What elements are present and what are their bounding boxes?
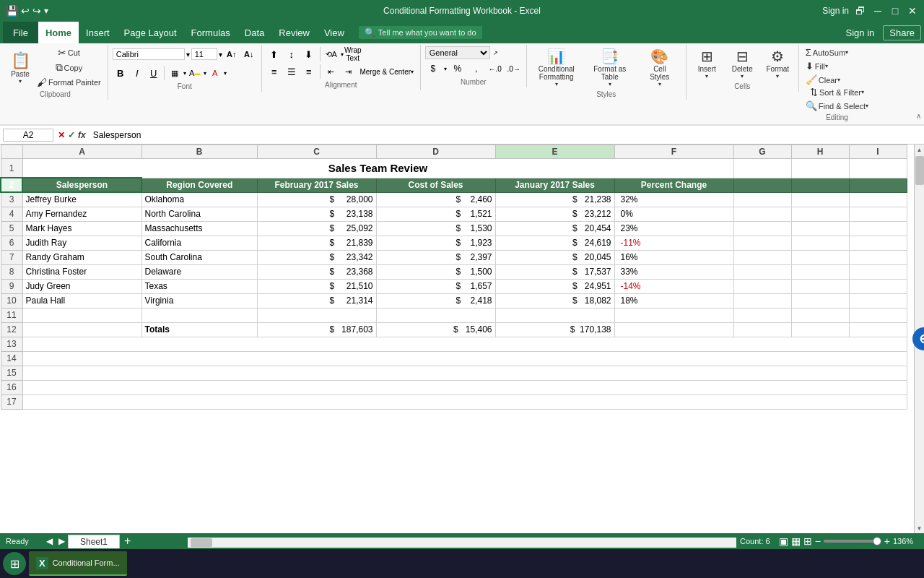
cell-d2[interactable]: Cost of Sales (376, 178, 495, 192)
search-box[interactable]: 🔍 Tell me what you want to do (359, 26, 482, 39)
col-header-d[interactable]: D (376, 145, 495, 159)
increase-decimal-button[interactable]: .0→ (506, 61, 522, 77)
cell-e2[interactable]: January 2017 Sales (495, 178, 614, 192)
cell-g1[interactable] (733, 159, 791, 178)
cell-styles-button[interactable]: 🎨 CellStyles ▾ (638, 46, 681, 89)
conditional-formatting-button[interactable]: 📊 ConditionalFormatting ▾ (531, 46, 582, 89)
cell-e7[interactable]: $ 20,045 (495, 250, 614, 264)
cell-b10[interactable]: Virginia (141, 293, 257, 308)
cell-c9[interactable]: $ 21,510 (257, 279, 376, 293)
cell-c12[interactable]: $ 187,603 (257, 322, 376, 337)
align-center-button[interactable]: ☰ (284, 64, 300, 79)
cell-h11[interactable] (791, 308, 849, 322)
row-header-3[interactable]: 3 (1, 192, 22, 207)
cell-b2[interactable]: Region Covered (141, 178, 257, 192)
increase-indent-button[interactable]: ⇥ (341, 64, 357, 79)
number-format-select[interactable]: General Number Currency Accounting Date … (425, 46, 490, 59)
minimize-icon[interactable]: ─ (872, 5, 884, 17)
cell-b8[interactable]: Delaware (141, 264, 257, 279)
pagebreak-view-button[interactable]: ⊞ (803, 535, 812, 547)
cell-f10[interactable]: 18% (614, 293, 733, 308)
cell-c6[interactable]: $ 21,839 (257, 236, 376, 250)
cell-c3[interactable]: $ 28,000 (257, 192, 376, 207)
cell-f11[interactable] (614, 308, 733, 322)
h-scroll-thumb[interactable] (191, 538, 212, 547)
fill-dropdown[interactable]: ▾ (204, 70, 206, 77)
row-header-6[interactable]: 6 (1, 236, 22, 250)
row-header-15[interactable]: 15 (1, 366, 22, 380)
menu-view[interactable]: View (317, 22, 352, 43)
cell-c2[interactable]: February 2017 Sales (257, 178, 376, 192)
confirm-icon[interactable]: ✓ (68, 130, 75, 140)
cell-a12[interactable] (22, 322, 141, 337)
cell-g7[interactable] (733, 250, 791, 264)
font-size-input[interactable] (191, 48, 217, 60)
cell-h1[interactable] (791, 159, 849, 178)
cell-b4[interactable]: North Carolina (141, 207, 257, 221)
wrap-text-button[interactable]: Wrap Text (345, 46, 361, 62)
cell-d5[interactable]: $ 1,530 (376, 221, 495, 236)
cell-a6[interactable]: Judith Ray (22, 236, 141, 250)
format-button[interactable]: ⚙ Format ▾ (762, 46, 794, 81)
col-header-h[interactable]: H (791, 145, 849, 159)
row-header-16[interactable]: 16 (1, 380, 22, 394)
cell-a3[interactable]: Jeffrey Burke (22, 192, 141, 207)
find-select-button[interactable]: 🔍 Find & Select ▾ (803, 100, 871, 112)
cell-e3[interactable]: $ 21,238 (495, 192, 614, 207)
align-right-button[interactable]: ≡ (301, 64, 317, 79)
text-direction-dropdown[interactable]: ▾ (341, 51, 344, 58)
cell-h6[interactable] (791, 236, 849, 250)
cell-f6[interactable]: -11% (614, 236, 733, 250)
format-painter-button[interactable]: 🖌 Format Painter (35, 76, 103, 89)
cell-b12[interactable]: Totals (141, 322, 257, 337)
function-icon[interactable]: fx (78, 130, 86, 140)
cell-i1[interactable] (849, 159, 907, 178)
cell-f4[interactable]: 0% (614, 207, 733, 221)
row-header-12[interactable]: 12 (1, 322, 22, 337)
cell-g10[interactable] (733, 293, 791, 308)
copy-button[interactable]: ⧉ Copy (35, 61, 103, 74)
cell-g6[interactable] (733, 236, 791, 250)
cell-d9[interactable]: $ 1,657 (376, 279, 495, 293)
row-header-14[interactable]: 14 (1, 351, 22, 366)
scroll-up-button[interactable]: ▲ (915, 144, 925, 155)
fontcolor-dropdown[interactable]: ▾ (224, 70, 227, 77)
restore-icon[interactable]: 🗗 (855, 5, 866, 17)
fill-button[interactable]: ⬇ Fill ▾ (803, 60, 830, 72)
share-button[interactable]: Share (883, 25, 921, 40)
cell-d7[interactable]: $ 2,397 (376, 250, 495, 264)
zoom-slider[interactable] (824, 540, 881, 543)
cell-b3[interactable]: Oklahoma (141, 192, 257, 207)
cell-a16[interactable] (22, 380, 907, 394)
cell-f7[interactable]: 16% (614, 250, 733, 264)
cell-a4[interactable]: Amy Fernandez (22, 207, 141, 221)
menu-insert[interactable]: Insert (79, 22, 117, 43)
cell-a14[interactable] (22, 351, 907, 366)
cell-e6[interactable]: $ 24,619 (495, 236, 614, 250)
autosum-button[interactable]: Σ AutoSum ▾ (803, 46, 850, 59)
cell-h8[interactable] (791, 264, 849, 279)
cell-d12[interactable]: $ 15,406 (376, 322, 495, 337)
menu-home[interactable]: Home (38, 22, 79, 43)
cell-i10[interactable] (849, 293, 907, 308)
bold-button[interactable]: B (113, 65, 128, 81)
cell-c11[interactable] (257, 308, 376, 322)
cell-a15[interactable] (22, 366, 907, 380)
cell-i7[interactable] (849, 250, 907, 264)
row-header-8[interactable]: 8 (1, 264, 22, 279)
cell-d4[interactable]: $ 1,521 (376, 207, 495, 221)
cell-c7[interactable]: $ 23,342 (257, 250, 376, 264)
col-header-e[interactable]: E (495, 145, 614, 159)
fill-color-button[interactable]: A▬ (187, 65, 203, 81)
align-middle-button[interactable]: ↕ (284, 46, 300, 62)
menu-page-layout[interactable]: Page Layout (117, 22, 184, 43)
cell-i8[interactable] (849, 264, 907, 279)
insert-button[interactable]: ⊞ Insert ▾ (691, 46, 723, 81)
layout-view-button[interactable]: ▦ (791, 535, 801, 547)
cell-i9[interactable] (849, 279, 907, 293)
cell-i2[interactable] (849, 178, 907, 192)
cell-i5[interactable] (849, 221, 907, 236)
add-sheet-button[interactable]: + (124, 535, 131, 548)
cell-a9[interactable]: Judy Green (22, 279, 141, 293)
percent-button[interactable]: % (450, 61, 466, 77)
